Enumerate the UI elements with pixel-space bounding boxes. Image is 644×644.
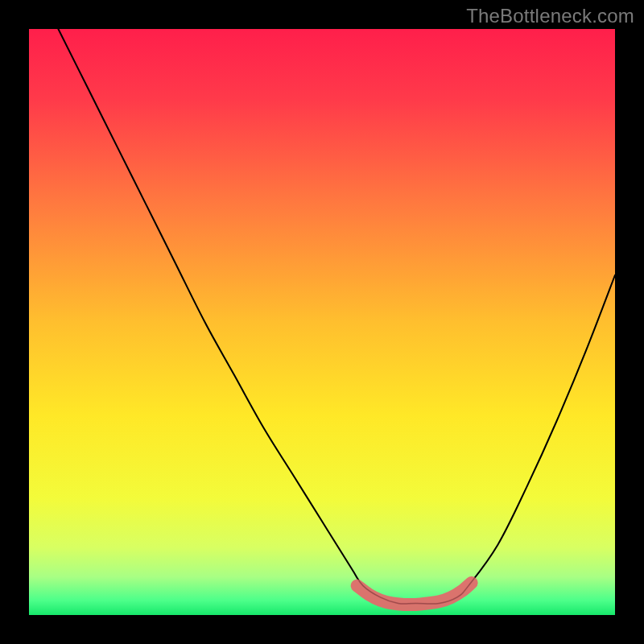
bottleneck-chart (29, 29, 615, 615)
plot-area (29, 29, 615, 615)
watermark-text: TheBottleneck.com (466, 5, 634, 27)
gradient-background (29, 29, 615, 615)
chart-frame: TheBottleneck.com (0, 0, 644, 644)
